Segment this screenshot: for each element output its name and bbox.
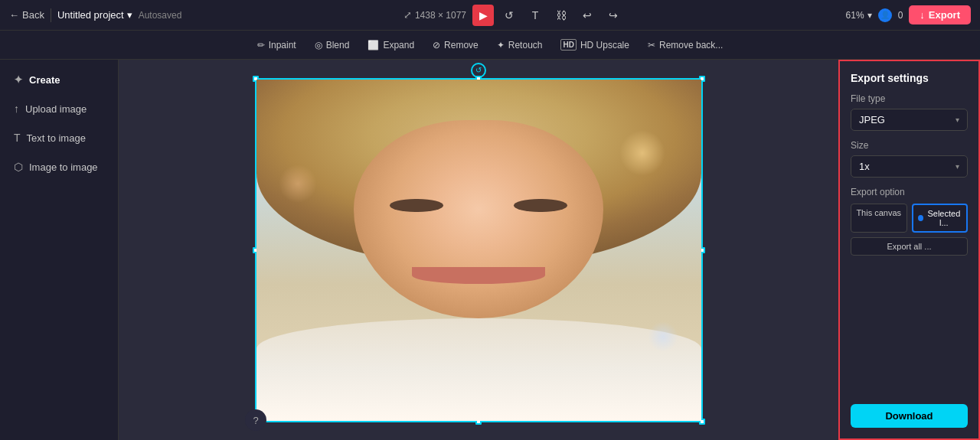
size-value: 1x	[859, 161, 870, 172]
expand-icon: ⬜	[368, 40, 379, 51]
sidebar-item-upload[interactable]: ↑ Upload image	[6, 96, 112, 121]
sidebar: ✦ Create ↑ Upload image T Text to image …	[0, 60, 119, 440]
topbar: ← Back Untitled project ▾ Autosaved ⤢ 14…	[0, 0, 980, 31]
topbar-right: 61% ▾ 👤 0 ↓ Export	[846, 5, 971, 24]
undo-button[interactable]: ↩	[577, 5, 598, 26]
remove-bg-icon: ✂	[648, 40, 655, 51]
link-icon: ⛓	[556, 9, 567, 21]
file-type-label: File type	[851, 93, 968, 104]
link-tool-button[interactable]: ⛓	[550, 5, 572, 26]
refresh-tool-button[interactable]: ↺	[498, 5, 520, 26]
text-tool-button[interactable]: T	[524, 5, 546, 26]
play-icon: ▶	[479, 9, 488, 21]
chevron-down-icon: ▾	[127, 9, 132, 21]
sidebar-item-image-to-image[interactable]: ⬡ Image to image	[6, 155, 112, 179]
text-gen-icon: T	[14, 132, 21, 144]
retouch-icon: ✦	[497, 40, 505, 51]
back-arrow-icon: ←	[9, 9, 19, 21]
export-icon: ↓	[920, 9, 925, 21]
divider	[51, 8, 51, 22]
file-type-group: File type JPEG ▾	[851, 93, 968, 131]
redo-icon: ↪	[609, 9, 618, 21]
size-chevron-icon: ▾	[956, 162, 959, 171]
expand-button[interactable]: ⬜ Expand	[360, 37, 422, 54]
blend-button[interactable]: ◎ Blend	[307, 37, 358, 54]
size-label: Size	[851, 140, 968, 151]
play-tool-button[interactable]: ▶	[472, 5, 494, 26]
canvas-image	[256, 80, 701, 421]
notifications-badge[interactable]: 👤	[878, 8, 892, 22]
blend-icon: ◎	[315, 40, 322, 51]
upload-icon: ↑	[14, 103, 19, 115]
size-select[interactable]: 1x ▾	[851, 155, 968, 178]
sidebar-item-create[interactable]: ✦ Create	[6, 67, 112, 92]
size-group: Size 1x ▾	[851, 140, 968, 178]
remove-icon: ⊘	[433, 40, 440, 51]
project-name[interactable]: Untitled project ▾	[57, 9, 132, 21]
export-option-group: Export option This canvas Selected l... …	[851, 187, 968, 256]
canvas-size-display: ⤢ 1438 × 1077	[403, 9, 466, 21]
undo-icon: ↩	[583, 9, 592, 21]
notification-icon: 👤	[880, 11, 890, 19]
export-panel: Export settings File type JPEG ▾ Size 1x…	[838, 60, 980, 440]
canvas-image-container[interactable]: ↺	[255, 78, 703, 422]
redo-button[interactable]: ↪	[603, 5, 624, 26]
text-icon: T	[532, 9, 539, 21]
hd-icon: HD	[560, 39, 576, 51]
canvas-area: ↺	[119, 60, 838, 440]
main-layout: ✦ Create ↑ Upload image T Text to image …	[0, 60, 980, 440]
export-option-label: Export option	[851, 187, 968, 197]
back-label: Back	[22, 9, 44, 21]
topbar-center: ⤢ 1438 × 1077 ▶ ↺ T ⛓ ↩ ↪	[189, 5, 838, 26]
export-button[interactable]: ↓ Export	[909, 5, 971, 24]
download-button[interactable]: Download	[851, 404, 968, 428]
help-button[interactable]: ?	[245, 409, 266, 431]
upscale-button[interactable]: HD HD Upscale	[553, 36, 636, 54]
file-type-chevron-icon: ▾	[956, 116, 959, 124]
topbar-tools: ▶ ↺ T ⛓ ↩ ↪	[472, 5, 624, 26]
autosaved-status: Autosaved	[139, 10, 182, 21]
export-panel-title: Export settings	[851, 72, 968, 84]
file-type-select[interactable]: JPEG ▾	[851, 109, 968, 131]
notifications-count: 0	[898, 10, 903, 21]
img-to-img-icon: ⬡	[14, 161, 23, 173]
resize-icon: ⤢	[403, 9, 412, 21]
file-type-value: JPEG	[859, 114, 885, 125]
inpaint-button[interactable]: ✏ Inpaint	[250, 37, 304, 54]
radio-selected-icon	[918, 215, 923, 221]
refresh-icon: ↺	[505, 9, 514, 21]
export-all-option[interactable]: Export all ...	[851, 237, 968, 256]
help-icon: ?	[253, 415, 258, 426]
zoom-display[interactable]: 61% ▾	[846, 10, 872, 21]
create-icon: ✦	[14, 73, 23, 86]
sidebar-item-text-to-image[interactable]: T Text to image	[6, 125, 112, 150]
secondary-toolbar: ✏ Inpaint ◎ Blend ⬜ Expand ⊘ Remove ✦ Re…	[0, 31, 980, 60]
remove-button[interactable]: ⊘ Remove	[425, 37, 486, 54]
export-option-buttons: This canvas Selected l... Export all ...	[851, 204, 968, 256]
inpaint-icon: ✏	[257, 40, 265, 51]
rotate-icon: ↺	[475, 66, 482, 74]
topbar-left: ← Back Untitled project ▾ Autosaved	[9, 8, 181, 22]
this-canvas-option[interactable]: This canvas	[851, 204, 907, 233]
retouch-button[interactable]: ✦ Retouch	[489, 37, 550, 54]
back-button[interactable]: ← Back	[9, 9, 44, 21]
remove-bg-button[interactable]: ✂ Remove back...	[640, 37, 730, 54]
selected-layer-option[interactable]: Selected l...	[912, 204, 969, 233]
chevron-down-icon: ▾	[867, 10, 872, 21]
